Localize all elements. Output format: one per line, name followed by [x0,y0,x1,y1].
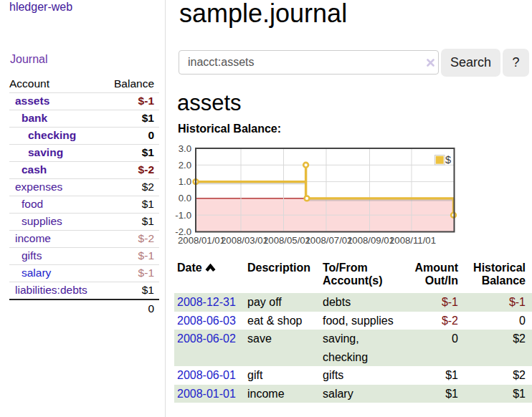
svg-text:2008/09/01: 2008/09/01 [347,235,394,246]
svg-text:2008/05/01: 2008/05/01 [263,235,310,246]
svg-text:2.0: 2.0 [179,160,191,171]
svg-text:2008/03/01: 2008/03/01 [221,235,268,246]
svg-text:$: $ [445,154,451,166]
svg-text:0.0: 0.0 [179,193,191,203]
svg-text:2008/11/01: 2008/11/01 [389,235,436,246]
svg-text:2008/01/01: 2008/01/01 [178,235,225,246]
svg-text:-1.0: -1.0 [175,210,191,221]
svg-text:2008/07/01: 2008/07/01 [305,235,352,246]
svg-text:1.0: 1.0 [179,176,191,187]
svg-text:3.0: 3.0 [179,143,191,154]
